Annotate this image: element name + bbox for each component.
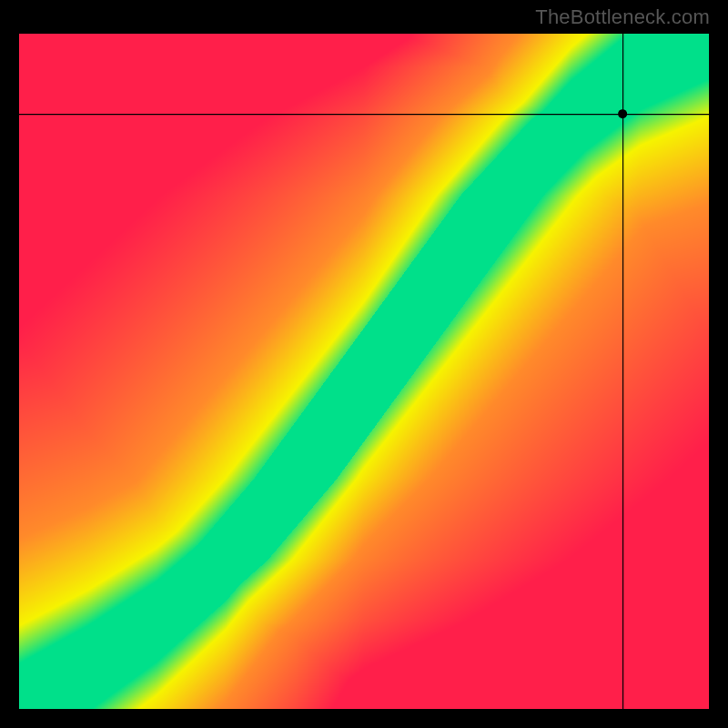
plot-area bbox=[18, 33, 710, 710]
chart-container: TheBottleneck.com bbox=[0, 0, 728, 728]
watermark-text: TheBottleneck.com bbox=[535, 5, 710, 29]
heatmap-canvas bbox=[18, 33, 710, 710]
